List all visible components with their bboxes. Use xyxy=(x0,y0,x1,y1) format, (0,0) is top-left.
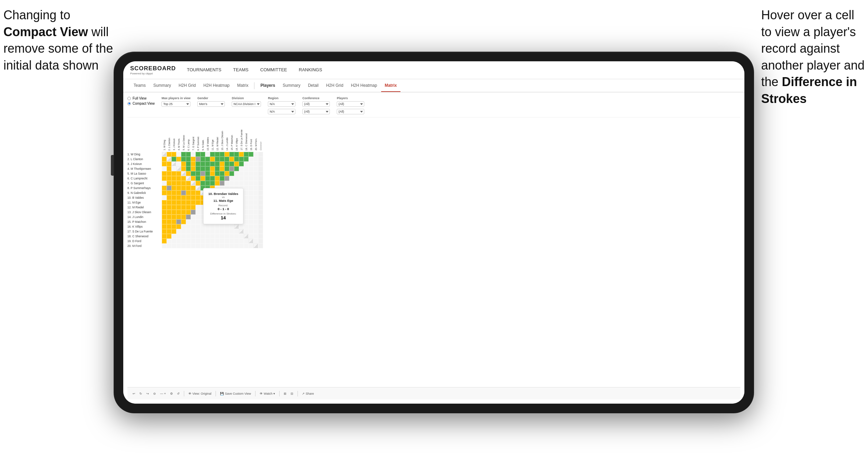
cell-7-14[interactable] xyxy=(224,181,229,186)
cell-5-6[interactable] xyxy=(186,171,191,176)
cell-10-19[interactable] xyxy=(249,195,253,200)
region-select-2[interactable]: N/A xyxy=(268,109,295,114)
cell-19-2[interactable] xyxy=(167,239,171,243)
table-view-button[interactable]: ⊞ xyxy=(284,392,286,395)
cell-20-10[interactable] xyxy=(205,243,210,248)
cell-12-7[interactable] xyxy=(191,205,196,210)
cell-3-11[interactable] xyxy=(210,162,215,166)
cell-20-4[interactable] xyxy=(176,243,181,248)
cell-12-18[interactable] xyxy=(244,205,249,210)
cell-6-13[interactable] xyxy=(220,176,224,181)
tab-h2h-grid-1[interactable]: H2H Grid xyxy=(175,79,199,92)
cell-1-14[interactable] xyxy=(224,152,229,157)
cell-11-6[interactable] xyxy=(186,200,191,205)
cell-6-16[interactable] xyxy=(234,176,239,181)
tab-summary-2[interactable]: Summary xyxy=(279,79,304,92)
redo-button[interactable]: ↻ xyxy=(139,392,142,395)
cell-11-4[interactable] xyxy=(176,200,181,205)
cell-17-13[interactable] xyxy=(220,229,224,234)
cell-5-13[interactable] xyxy=(220,171,224,176)
nav-committee[interactable]: COMMITTEE xyxy=(260,61,288,79)
cell-2-3[interactable] xyxy=(171,157,176,162)
conference-select-2[interactable]: (All) xyxy=(302,109,330,114)
cell-16-11[interactable] xyxy=(210,224,215,229)
cell-15-7[interactable] xyxy=(191,219,196,224)
cell-16-19[interactable] xyxy=(249,224,253,229)
cell-3-6[interactable] xyxy=(186,162,191,166)
cell-2-19[interactable] xyxy=(249,157,253,162)
cell-5-19[interactable] xyxy=(249,171,253,176)
cell-10-8[interactable] xyxy=(196,195,200,200)
cell-4-1[interactable] xyxy=(162,166,167,171)
cell-20-6[interactable] xyxy=(186,243,191,248)
cell-8-1[interactable] xyxy=(162,186,167,190)
cell-5-1[interactable] xyxy=(162,171,167,176)
cell-4-13[interactable] xyxy=(220,166,224,171)
cell-2-15[interactable] xyxy=(229,157,234,162)
cell-18-5[interactable] xyxy=(181,234,186,239)
cell-7-3[interactable] xyxy=(171,181,176,186)
cell-5-7[interactable] xyxy=(191,171,196,176)
cell-19-4[interactable] xyxy=(176,239,181,243)
cell-3-4[interactable] xyxy=(176,162,181,166)
cell-17-17[interactable] xyxy=(239,229,244,234)
tab-h2h-heatmap-1[interactable]: H2H Heatmap xyxy=(200,79,233,92)
cell-5-9[interactable] xyxy=(200,171,205,176)
cell-2-20[interactable] xyxy=(253,157,258,162)
cell-2-10[interactable] xyxy=(205,157,210,162)
cell-1-5[interactable] xyxy=(181,152,186,157)
cell-16-18[interactable] xyxy=(244,224,249,229)
cell-3-5[interactable] xyxy=(181,162,186,166)
cell-17-8[interactable] xyxy=(196,229,200,234)
cell-19-9[interactable] xyxy=(200,239,205,243)
cell-18-3[interactable] xyxy=(171,234,176,239)
cell-1-15[interactable] xyxy=(229,152,234,157)
cell-10-5[interactable] xyxy=(181,195,186,200)
cell-12-4[interactable] xyxy=(176,205,181,210)
cell-20-1[interactable] xyxy=(162,243,167,248)
cell-2-6[interactable] xyxy=(186,157,191,162)
cell-13-4[interactable] xyxy=(176,210,181,215)
cell-3-20[interactable] xyxy=(253,162,258,166)
cell-20-9[interactable] xyxy=(200,243,205,248)
cell-3-16[interactable] xyxy=(234,162,239,166)
grid-view-button[interactable]: ⊟ xyxy=(291,392,293,395)
cell-17-1[interactable] xyxy=(162,229,167,234)
cell-1-2[interactable] xyxy=(167,152,171,157)
cell-17-9[interactable] xyxy=(200,229,205,234)
cell-2-9[interactable] xyxy=(200,157,205,162)
cell-16-15[interactable] xyxy=(229,224,234,229)
cell-3-13[interactable] xyxy=(220,162,224,166)
cell-4-17[interactable] xyxy=(239,166,244,171)
cell-8-6[interactable] xyxy=(186,186,191,190)
cell-17-5[interactable] xyxy=(181,229,186,234)
cell-13-6[interactable] xyxy=(186,210,191,215)
cell-12-20[interactable] xyxy=(253,205,258,210)
cell-7-10[interactable] xyxy=(205,181,210,186)
cell-9-1[interactable] xyxy=(162,190,167,195)
cell-18-20[interactable] xyxy=(253,234,258,239)
tab-h2h-grid-2[interactable]: H2H Grid xyxy=(323,79,347,92)
players-select-2[interactable]: (All) xyxy=(337,109,364,114)
cell-3-19[interactable] xyxy=(249,162,253,166)
cell-16-2[interactable] xyxy=(167,224,171,229)
cell-11-5[interactable] xyxy=(181,200,186,205)
cell-5-12[interactable] xyxy=(215,171,220,176)
tab-teams[interactable]: Teams xyxy=(130,79,149,92)
cell-2-13[interactable] xyxy=(220,157,224,162)
cell-7-17[interactable] xyxy=(239,181,244,186)
cell-20-11[interactable] xyxy=(210,243,215,248)
cell-17-6[interactable] xyxy=(186,229,191,234)
cell-17-15[interactable] xyxy=(229,229,234,234)
cell-18-12[interactable] xyxy=(215,234,220,239)
cell-12-6[interactable] xyxy=(186,205,191,210)
cell-19-3[interactable] xyxy=(171,239,176,243)
cell-1-6[interactable] xyxy=(186,152,191,157)
nav-teams[interactable]: TEAMS xyxy=(232,61,249,79)
nav-rankings[interactable]: RANKINGS xyxy=(298,61,323,79)
gender-select[interactable]: Men's xyxy=(197,101,225,107)
cell-14-8[interactable] xyxy=(196,215,200,219)
cell-4-3[interactable] xyxy=(171,166,176,171)
cell-5-4[interactable] xyxy=(176,171,181,176)
cell-20-3[interactable] xyxy=(171,243,176,248)
